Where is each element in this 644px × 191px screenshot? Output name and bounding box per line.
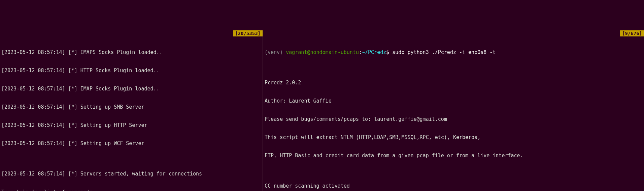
- log-line: [2023-05-12 08:57:14] [*] IMAPS Socks Pl…: [1, 49, 261, 55]
- command-text: sudo python3 ./Pcredz -i enp0s8 -t: [392, 49, 496, 55]
- log-line: [2023-05-12 08:57:14] [*] Servers starte…: [1, 171, 261, 177]
- log-line: Type help for list of commands: [1, 189, 261, 191]
- tmux-root: [20/5353] [2023-05-12 08:57:14] [*] IMAP…: [0, 30, 644, 191]
- prompt-user: vagrant@nondomain-ubuntu: [286, 49, 359, 55]
- log-line: [2023-05-12 08:57:14] [*] Setting up SMB…: [1, 104, 261, 110]
- shell-prompt[interactable]: (venv) vagrant@nondomain-ubuntu:~/PCredz…: [265, 49, 643, 55]
- log-line: [2023-05-12 08:57:14] [*] Setting up HTT…: [1, 122, 261, 128]
- venv-tag: (venv): [265, 49, 286, 55]
- log-line: [2023-05-12 08:57:14] [*] IMAP Socks Plu…: [1, 86, 261, 92]
- log-line: CC number scanning activated: [265, 183, 643, 189]
- right-pane[interactable]: [9/676] (venv) vagrant@nondomain-ubuntu:…: [263, 30, 644, 191]
- left-pane[interactable]: [20/5353] [2023-05-12 08:57:14] [*] IMAP…: [0, 30, 263, 191]
- prompt-path: ~/PCredz: [362, 49, 386, 55]
- log-line: Please send bugs/comments/pcaps to: laur…: [265, 116, 643, 122]
- log-line: [2023-05-12 08:57:14] [*] Setting up WCF…: [1, 140, 261, 146]
- scrollback-counter-right: [9/676]: [620, 30, 644, 36]
- log-line: This script will extract NTLM (HTTP,LDAP…: [265, 134, 643, 140]
- log-line: Pcredz 2.0.2: [265, 80, 643, 86]
- log-line: Author: Laurent Gaffie: [265, 98, 643, 104]
- scrollback-counter-left: [20/5353]: [233, 30, 263, 36]
- log-line: FTP, HTTP Basic and credit card data fro…: [265, 153, 643, 159]
- log-line: [2023-05-12 08:57:14] [*] HTTP Socks Plu…: [1, 67, 261, 74]
